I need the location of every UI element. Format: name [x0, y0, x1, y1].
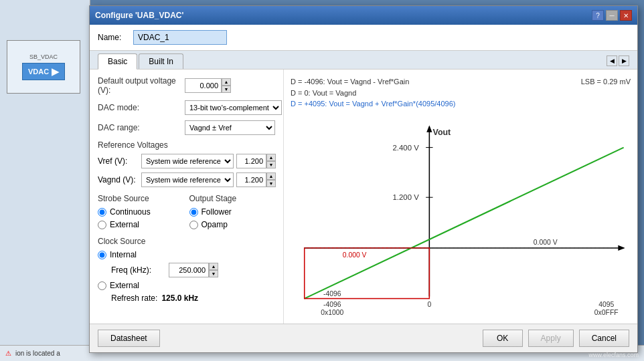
svg-marker-18: [426, 125, 432, 132]
freq-spin-up[interactable]: ▲: [209, 263, 218, 270]
output-follower-radio[interactable]: [189, 208, 198, 217]
strobe-external-label: External: [110, 220, 139, 229]
tab-builtin[interactable]: Built In: [139, 53, 183, 69]
output-follower-row: Follower: [189, 207, 276, 217]
name-input[interactable]: [133, 30, 227, 45]
default-voltage-input-group: ▲ ▼: [185, 78, 231, 93]
status-icon: ⚠: [5, 350, 11, 357]
clock-internal-label: Internal: [110, 250, 137, 259]
output-follower-label: Follower: [202, 207, 232, 217]
vref-label: Vref (V):: [98, 156, 141, 166]
vref-spin-up[interactable]: ▲: [266, 154, 276, 161]
vdac-icon: VDAC ▶: [22, 63, 65, 80]
dac-range-select[interactable]: Vagnd ± Vref: [185, 120, 275, 135]
svg-text:0x1000: 0x1000: [321, 309, 343, 316]
strobe-continuous-label: Continuous: [110, 207, 151, 217]
strobe-group: Strobe Source Continuous External: [98, 191, 184, 233]
vref-value-input[interactable]: [236, 154, 266, 168]
lsb-label: LSB = 0.29 mV: [581, 76, 631, 88]
voltage-spin-down[interactable]: ▼: [222, 86, 231, 93]
freq-row: Freq (kHz): ▲ ▼: [98, 263, 275, 277]
component-label: SB_VDAC: [29, 53, 58, 60]
minimize-button[interactable]: ─: [606, 10, 618, 21]
freq-spinners: ▲ ▼: [209, 263, 218, 277]
clock-section: Clock Source Internal Freq (kHz): ▲ ▼: [98, 237, 275, 303]
output-opamp-row: Opamp: [189, 220, 276, 229]
tab-basic[interactable]: Basic: [98, 53, 137, 70]
vref-spinners: ▲ ▼: [266, 154, 276, 168]
svg-text:4095: 4095: [598, 301, 614, 308]
tab-prev-arrow[interactable]: ◀: [607, 55, 617, 66]
dac-range-label: DAC range:: [98, 123, 185, 132]
datasheet-button[interactable]: Datasheet: [98, 330, 160, 347]
dac-range-row: DAC range: Vagnd ± Vref: [98, 120, 275, 135]
default-voltage-label: Default output voltage (V):: [98, 76, 185, 95]
output-group: Output Stage Follower Opamp: [189, 191, 276, 233]
vref-value-input-group: ▲ ▼: [236, 154, 276, 168]
strobe-external-radio[interactable]: [98, 221, 106, 229]
voltage-spin-up[interactable]: ▲: [222, 78, 231, 86]
svg-text:0.000 V: 0.000 V: [343, 251, 367, 259]
cancel-button[interactable]: Cancel: [579, 330, 629, 347]
ref-voltages-title: Reference Voltages: [98, 140, 275, 150]
dialog-title: Configure 'UAB_VDAC': [95, 11, 183, 20]
vagnd-spin-up[interactable]: ▲: [266, 172, 276, 180]
tab-next-arrow[interactable]: ▶: [619, 55, 629, 66]
refresh-value: 125.0 kHz: [161, 293, 198, 303]
name-row: Name:: [90, 25, 637, 51]
svg-text:1.200 V: 1.200 V: [393, 193, 420, 201]
dialog-footer: Datasheet OK Apply Cancel: [90, 324, 637, 352]
formula-1: D = -4096: Vout = Vagnd - Vref*Gain: [291, 76, 631, 88]
svg-line-15: [305, 147, 624, 298]
tabs-left: Basic Built In: [98, 53, 185, 69]
freq-spin-down[interactable]: ▼: [209, 270, 218, 277]
strobe-continuous-radio[interactable]: [98, 208, 106, 217]
chart-svg: 2.400 V 1.200 V 0.000 V Vout 0.000 V -40…: [291, 116, 631, 318]
dac-mode-row: DAC mode: 13-bit two's-complement: [98, 100, 275, 115]
clock-internal-row: Internal: [98, 250, 275, 259]
content-area: Default output voltage (V): ▲ ▼ DAC mode…: [90, 70, 637, 324]
apply-button[interactable]: Apply: [528, 330, 574, 347]
chart-formulas: LSB = 0.29 mV D = -4096: Vout = Vagnd - …: [291, 76, 631, 110]
clock-internal-radio[interactable]: [98, 251, 106, 259]
svg-text:Vout: Vout: [433, 127, 451, 136]
vref-spin-down[interactable]: ▼: [266, 161, 276, 168]
vagnd-value-input-group: ▲ ▼: [236, 172, 276, 187]
chart-panel: LSB = 0.29 mV D = -4096: Vout = Vagnd - …: [284, 70, 637, 324]
svg-text:0: 0: [427, 301, 431, 308]
svg-text:0x0FFF: 0x0FFF: [594, 309, 619, 316]
dac-mode-select[interactable]: 13-bit two's-complement: [185, 100, 282, 115]
default-voltage-input[interactable]: [185, 78, 222, 93]
strobe-continuous-row: Continuous: [98, 207, 184, 217]
vref-select[interactable]: System wide reference: [141, 154, 234, 168]
vagnd-select[interactable]: System wide reference: [141, 172, 234, 187]
output-opamp-radio[interactable]: [189, 221, 198, 229]
output-title: Output Stage: [189, 194, 276, 203]
vref-row: Vref (V): System wide reference ▲ ▼: [98, 154, 275, 168]
ok-button[interactable]: OK: [483, 330, 523, 347]
dialog-titlebar: Configure 'UAB_VDAC' ? ─ ✕: [90, 6, 637, 25]
left-panel: SB_VDAC VDAC ▶: [0, 0, 90, 361]
default-voltage-spinners: ▲ ▼: [222, 78, 231, 93]
clock-external-radio[interactable]: [98, 281, 106, 290]
close-button[interactable]: ✕: [620, 10, 632, 21]
titlebar-buttons: ? ─ ✕: [592, 10, 632, 21]
default-voltage-row: Default output voltage (V): ▲ ▼: [98, 76, 275, 95]
freq-label: Freq (kHz):: [111, 265, 165, 275]
clock-external-row: External: [98, 281, 275, 290]
svg-text:-4096: -4096: [323, 290, 341, 297]
status-text: ion is located a: [15, 350, 60, 357]
tabs-row: Basic Built In ◀ ▶: [90, 51, 637, 70]
freq-input[interactable]: [169, 263, 209, 277]
help-button[interactable]: ?: [592, 10, 604, 21]
refresh-row: Refresh rate: 125.0 kHz: [98, 293, 275, 303]
vagnd-value-input[interactable]: [236, 172, 266, 187]
svg-text:0.000 V: 0.000 V: [534, 238, 558, 245]
watermark: www.elecfans.com: [588, 352, 639, 358]
strobe-external-row: External: [98, 220, 184, 229]
clock-title: Clock Source: [98, 237, 275, 246]
configure-dialog: Configure 'UAB_VDAC' ? ─ ✕ Name: Basic B…: [89, 5, 638, 353]
strobe-output-section: Strobe Source Continuous External Output…: [98, 191, 275, 233]
vagnd-spin-down[interactable]: ▼: [266, 180, 276, 187]
component-block: SB_VDAC VDAC ▶: [7, 40, 80, 94]
